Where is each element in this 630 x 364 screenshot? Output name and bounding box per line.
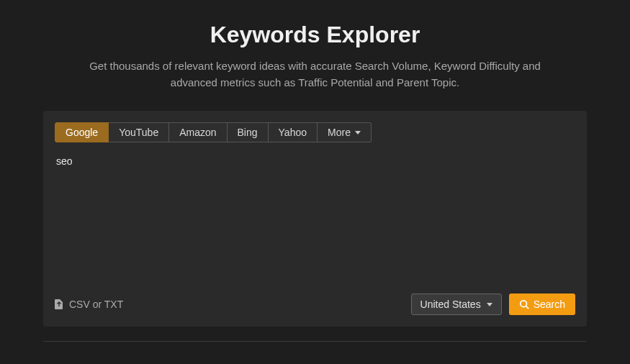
upload-file-button[interactable]: CSV or TXT — [55, 299, 123, 310]
search-label: Search — [534, 299, 565, 310]
upload-label: CSV or TXT — [69, 299, 123, 310]
tab-google[interactable]: Google — [55, 122, 109, 142]
tab-label: More — [328, 127, 351, 138]
tab-label: Google — [66, 127, 98, 138]
search-icon — [519, 299, 529, 309]
country-select[interactable]: United States — [411, 294, 502, 315]
bottom-bar: CSV or TXT United States Search — [55, 294, 575, 315]
explorer-panel: Google YouTube Amazon Bing Yahoo More CS… — [43, 111, 587, 327]
tab-amazon[interactable]: Amazon — [169, 122, 227, 142]
chevron-down-icon — [355, 131, 361, 135]
tab-label: Yahoo — [279, 127, 307, 138]
file-icon — [55, 299, 63, 309]
tab-more[interactable]: More — [318, 122, 372, 142]
chevron-down-icon — [487, 303, 492, 306]
source-tabs: Google YouTube Amazon Bing Yahoo More — [55, 122, 575, 142]
page-container: Keywords Explorer Get thousands of relev… — [0, 0, 630, 327]
tab-yahoo[interactable]: Yahoo — [269, 122, 318, 142]
divider — [43, 341, 587, 342]
tab-label: YouTube — [119, 127, 158, 138]
tab-label: Bing — [238, 127, 258, 138]
right-controls: United States Search — [411, 294, 575, 315]
svg-line-1 — [526, 306, 528, 309]
search-button[interactable]: Search — [509, 294, 575, 315]
tab-bing[interactable]: Bing — [228, 122, 269, 142]
svg-point-0 — [520, 301, 526, 307]
page-subtitle: Get thousands of relevant keyword ideas … — [85, 58, 546, 91]
keywords-input[interactable] — [55, 154, 575, 283]
tab-label: Amazon — [179, 127, 216, 138]
country-selected: United States — [420, 299, 481, 310]
tab-youtube[interactable]: YouTube — [109, 122, 169, 142]
page-title: Keywords Explorer — [43, 22, 587, 48]
